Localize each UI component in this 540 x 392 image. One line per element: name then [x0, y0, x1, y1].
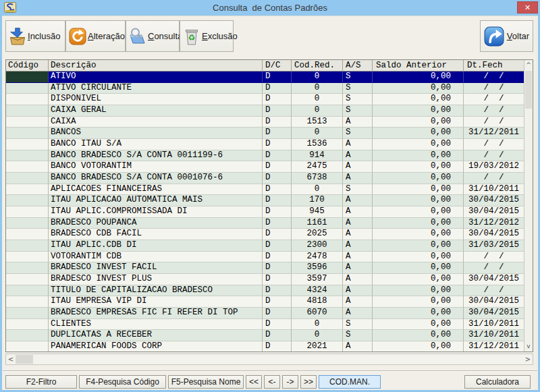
cell-dtfech[interactable]: / / [464, 252, 524, 263]
cell-as[interactable]: A [343, 206, 373, 218]
cell-dtfech[interactable]: / / [464, 262, 524, 274]
cell-dc[interactable]: D [263, 262, 292, 274]
cell-codred[interactable]: 6070 [292, 308, 343, 319]
cell-as[interactable]: S [343, 319, 373, 331]
table-row[interactable]: ATIVOD0S0,00/ / [6, 72, 524, 83]
cell-saldo[interactable]: 0,00 [373, 229, 464, 240]
table-row[interactable]: CAIXAD1513A0,00/ / [6, 117, 524, 128]
cell-dtfech[interactable]: 30/04/2015 [464, 229, 524, 240]
cell-saldo[interactable]: 0,00 [373, 173, 464, 184]
scroll-down-icon[interactable]: v [524, 341, 533, 352]
cell-as[interactable]: A [343, 274, 373, 285]
horizontal-scroll-thumb[interactable] [16, 355, 33, 364]
cell-saldo[interactable]: 0,00 [373, 262, 464, 274]
cell-dtfech[interactable]: 19/03/2012 [464, 161, 524, 173]
cell-codigo[interactable] [6, 83, 49, 94]
cell-codigo[interactable] [6, 173, 49, 184]
cell-codigo[interactable] [6, 218, 49, 229]
cell-descricao[interactable]: BRADESCO INVEST PLUS [49, 274, 263, 285]
cell-codred[interactable]: 2475 [292, 161, 343, 173]
cell-dtfech[interactable]: / / [464, 150, 524, 162]
cell-descricao[interactable]: DUPLICATAS A RECEBER [49, 330, 263, 341]
voltar-button[interactable]: Voltar [480, 20, 533, 52]
cell-dc[interactable]: D [263, 195, 292, 206]
cell-descricao[interactable]: ITAU EMPRESA VIP DI [49, 296, 263, 308]
first-record-button[interactable]: << [246, 375, 262, 389]
table-row[interactable]: BANCO ITAU S/AD1536A0,00/ / [6, 139, 524, 150]
header-saldo-anterior[interactable]: Saldo Anterior [373, 60, 464, 72]
cell-codred[interactable]: 2025 [292, 229, 343, 240]
cell-as[interactable]: A [343, 139, 373, 150]
cell-dtfech[interactable]: / / [464, 117, 524, 128]
cell-dc[interactable]: D [263, 319, 292, 331]
table-row[interactable]: ITAU APLIC.CDB DID2300A0,0031/03/2015 [6, 240, 524, 252]
header-as[interactable]: A/S [343, 60, 373, 72]
cell-dc[interactable]: D [263, 240, 292, 252]
cell-dtfech[interactable]: 31/03/2015 [464, 240, 524, 252]
vertical-scroll-thumb[interactable] [525, 71, 532, 109]
header-dtfech[interactable]: Dt.Fech [464, 60, 524, 72]
scroll-right-icon[interactable]: > [523, 354, 533, 364]
cell-codred[interactable]: 914 [292, 150, 343, 162]
vertical-scrollbar[interactable]: ^ v [524, 60, 533, 352]
scroll-left-icon[interactable]: < [6, 354, 16, 364]
header-codred[interactable]: Cod.Red. [292, 60, 343, 72]
cell-codred[interactable]: 6738 [292, 173, 343, 184]
cell-descricao[interactable]: BRADESCO POUPANCA [49, 218, 263, 229]
cell-dc[interactable]: D [263, 296, 292, 308]
cell-descricao[interactable]: CAIXA [49, 117, 263, 128]
cell-as[interactable]: S [343, 94, 373, 105]
cell-codred[interactable]: 4818 [292, 296, 343, 308]
cell-codigo[interactable] [6, 262, 49, 274]
cell-codigo[interactable] [6, 206, 49, 218]
cell-dc[interactable]: D [263, 117, 292, 128]
cell-as[interactable]: A [343, 252, 373, 263]
cell-dtfech[interactable]: / / [464, 105, 524, 117]
cell-descricao[interactable]: BRADESCO EMPRESAS FIC FI REFER DI TOP [49, 308, 263, 319]
exclusao-button[interactable]: ♻ Exclusão [180, 20, 234, 52]
header-descricao[interactable]: Descrição [49, 60, 263, 72]
table-row[interactable]: BRADESCO CDB FACILD2025A0,0030/04/2015 [6, 229, 524, 240]
cell-saldo[interactable]: 0,00 [373, 206, 464, 218]
cell-codred[interactable]: 0 [292, 105, 343, 117]
cell-as[interactable]: S [343, 128, 373, 139]
cell-dc[interactable]: D [263, 105, 292, 117]
cell-dtfech[interactable]: / / [464, 83, 524, 94]
cell-as[interactable]: A [343, 117, 373, 128]
cell-dtfech[interactable]: 31/12/2011 [464, 341, 524, 352]
cell-codred[interactable]: 1161 [292, 218, 343, 229]
cell-dc[interactable]: D [263, 161, 292, 173]
cell-descricao[interactable]: CLIENTES [49, 319, 263, 331]
cell-dc[interactable]: D [263, 139, 292, 150]
table-row[interactable]: BRADESCO EMPRESAS FIC FI REFER DI TOPD60… [6, 308, 524, 319]
cell-saldo[interactable]: 0,00 [373, 274, 464, 285]
table-row[interactable]: APLICACOES FINANCEIRASD0S0,0031/10/2011 [6, 184, 524, 196]
header-dc[interactable]: D/C [263, 60, 292, 72]
cell-codigo[interactable] [6, 117, 49, 128]
cell-saldo[interactable]: 0,00 [373, 296, 464, 308]
cell-as[interactable]: S [343, 330, 373, 341]
table-row[interactable]: ATIVO CIRCULANTED0S0,00/ / [6, 83, 524, 94]
scroll-up-icon[interactable]: ^ [524, 60, 533, 70]
cell-codigo[interactable] [6, 319, 49, 331]
table-row[interactable]: PANAMERICAN FOODS CORPD2021A0,0031/12/20… [6, 341, 524, 352]
cell-codigo[interactable] [6, 195, 49, 206]
cell-as[interactable]: A [343, 229, 373, 240]
cell-dc[interactable]: D [263, 72, 292, 83]
cell-codigo[interactable] [6, 94, 49, 105]
cell-dc[interactable]: D [263, 150, 292, 162]
cell-saldo[interactable]: 0,00 [373, 94, 464, 105]
cell-codigo[interactable] [6, 330, 49, 341]
consulta-button[interactable]: Consulta [126, 20, 180, 52]
cell-saldo[interactable]: 0,00 [373, 285, 464, 297]
cell-codred[interactable]: 2300 [292, 240, 343, 252]
cell-dtfech[interactable]: 30/04/2015 [464, 206, 524, 218]
cell-dc[interactable]: D [263, 274, 292, 285]
cell-dtfech[interactable]: 30/04/2015 [464, 308, 524, 319]
cell-dc[interactable]: D [263, 173, 292, 184]
cell-as[interactable]: A [343, 161, 373, 173]
table-row[interactable]: BRADESCO INVEST FACILD3596A0,00/ / [6, 262, 524, 274]
cell-dc[interactable]: D [263, 229, 292, 240]
cell-codred[interactable]: 0 [292, 330, 343, 341]
cell-codred[interactable]: 2478 [292, 252, 343, 263]
